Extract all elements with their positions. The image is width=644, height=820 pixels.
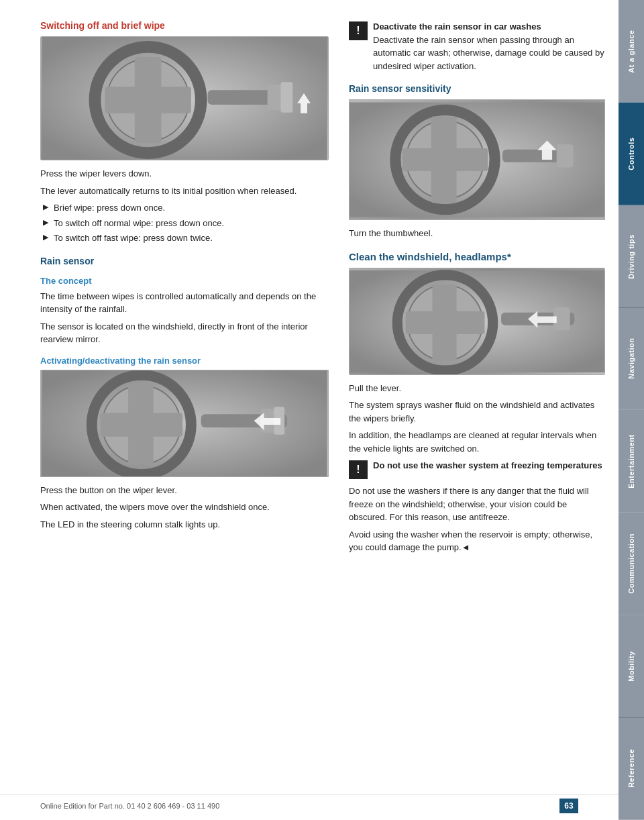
bullet-text-3: To switch off fast wipe: press down twic… — [54, 232, 213, 245]
svg-rect-4 — [105, 87, 191, 113]
switching-para2: The lever automatically returns to its i… — [40, 185, 329, 198]
svg-rect-13 — [101, 413, 182, 437]
sidebar-label-controls: Controls — [627, 138, 635, 170]
sidebar-label-reference: Reference — [627, 750, 635, 788]
svg-rect-22 — [402, 148, 488, 171]
sidebar-item-entertainment[interactable]: Entertainment — [619, 410, 644, 513]
sidebar-item-driving-tips[interactable]: Driving tips — [619, 205, 644, 308]
sidebar-item-reference[interactable]: Reference — [619, 717, 644, 820]
sidebar: At a glance Controls Driving tips Naviga… — [619, 0, 644, 820]
bullet-3: ▶ To switch off fast wipe: press down tw… — [43, 232, 329, 245]
clean-windshield-image — [349, 268, 605, 375]
activating-rain-sensor-image — [40, 370, 329, 477]
warning-body-1: Deactivate the rain sensor when passing … — [373, 35, 604, 71]
warning-box-2: ! Do not use the washer system at freezi… — [349, 459, 605, 479]
sidebar-item-at-a-glance[interactable]: At a glance — [619, 0, 644, 103]
bullet-text-2: To switch off normal wipe: press down on… — [54, 217, 224, 230]
warning-icon-2: ! — [349, 460, 368, 479]
bullet-arrow-1: ▶ — [43, 203, 48, 211]
concept-para2: The sensor is located on the windshield,… — [40, 320, 329, 346]
warning-title-2: Do not use the washer system at freezing… — [373, 460, 602, 470]
svg-rect-24 — [557, 144, 574, 167]
sidebar-label-communication: Communication — [627, 533, 635, 594]
section-heading-rain-sensor: Rain sensor — [40, 256, 329, 266]
activating-para3: The LED in the steering column stalk lig… — [40, 518, 329, 531]
clean-para2: The system sprays washer fluid on the wi… — [349, 399, 605, 425]
sidebar-label-navigation: Navigation — [627, 338, 635, 379]
sidebar-item-communication[interactable]: Communication — [619, 513, 644, 615]
switching-para1: Press the wiper levers down. — [40, 167, 329, 181]
svg-rect-7 — [280, 82, 292, 113]
sidebar-item-controls[interactable]: Controls — [619, 103, 644, 205]
concept-para1: The time between wipes is controlled aut… — [40, 290, 329, 316]
sidebar-label-entertainment: Entertainment — [627, 434, 635, 488]
section-heading-clean: Clean the windshield, headlamps* — [349, 251, 605, 262]
clean-para1: Pull the lever. — [349, 382, 605, 395]
sensitivity-text: Turn the thumbwheel. — [349, 227, 605, 240]
warning-title-1: Deactivate the rain sensor in car washes — [373, 21, 541, 32]
sidebar-label-mobility: Mobility — [627, 651, 635, 682]
sub-heading-concept: The concept — [40, 276, 329, 286]
bullet-text-1: Brief wipe: press down once. — [54, 201, 165, 215]
bullet-arrow-2: ▶ — [43, 218, 48, 227]
sidebar-item-navigation[interactable]: Navigation — [619, 307, 644, 410]
bullet-2: ▶ To switch off normal wipe: press down … — [43, 217, 329, 230]
activating-para2: When activated, the wipers move over the… — [40, 501, 329, 514]
warning-icon-1: ! — [349, 21, 368, 40]
footer-text: Online Edition for Part no. 01 40 2 606 … — [40, 802, 219, 810]
activating-para1: Press the button on the wiper lever. — [40, 484, 329, 497]
warning-body-2: Do not use the washers if there is any d… — [349, 484, 605, 524]
section-heading-switching: Switching off and brief wipe — [40, 20, 329, 31]
sidebar-label-at-a-glance: At a glance — [627, 30, 635, 72]
rain-sensor-sensitivity-image — [349, 99, 605, 220]
sidebar-item-mobility[interactable]: Mobility — [619, 615, 644, 718]
warning-text-1: Deactivate the rain sensor in car washes… — [373, 20, 605, 72]
left-column: Switching off and brief wipe — [40, 20, 329, 793]
warning-text-2: Do not use the washer system at freezing… — [373, 459, 602, 472]
page-footer: Online Edition for Part no. 01 40 2 606 … — [0, 794, 619, 813]
svg-rect-30 — [406, 311, 485, 334]
sidebar-label-driving-tips: Driving tips — [627, 234, 635, 279]
page-number: 63 — [559, 799, 578, 813]
section-heading-sensitivity: Rain sensor sensitivity — [349, 83, 605, 94]
bullet-1: ▶ Brief wipe: press down once. — [43, 201, 329, 215]
warning-box-1: ! Deactivate the rain sensor in car wash… — [349, 20, 605, 72]
bullet-arrow-3: ▶ — [43, 233, 48, 242]
right-column: ! Deactivate the rain sensor in car wash… — [349, 20, 605, 793]
warning-body-3: Avoid using the washer when the reservoi… — [349, 528, 605, 554]
sub-heading-activating: Activating/deactivating the rain sensor — [40, 356, 329, 366]
wiper-lever-image — [40, 36, 329, 160]
clean-para3: In addition, the headlamps are cleaned a… — [349, 429, 605, 455]
